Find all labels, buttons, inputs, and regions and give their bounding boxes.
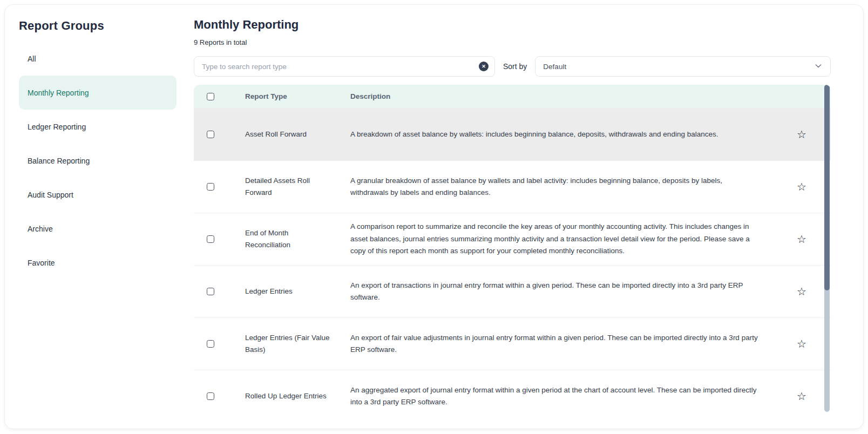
report-description-cell: A granular breakdown of asset balance by…: [350, 175, 772, 199]
favorite-star-icon[interactable]: ☆: [797, 391, 806, 402]
sidebar-item-all[interactable]: All: [19, 42, 177, 76]
chevron-down-icon: [814, 62, 823, 72]
sidebar-item-ledger-reporting[interactable]: Ledger Reporting: [19, 110, 177, 144]
report-type-cell: Detailed Assets Roll Forward: [245, 175, 350, 199]
table-row[interactable]: Ledger Entries An export of transactions…: [194, 265, 831, 317]
clear-search-button[interactable]: ✕: [479, 62, 489, 71]
column-header-report-type: Report Type: [245, 92, 350, 100]
toolbar: ✕ Sort by Default: [194, 56, 831, 77]
table-scrollbar[interactable]: [824, 85, 830, 412]
report-description-cell: An export of transactions in journal ent…: [350, 280, 772, 304]
table-row[interactable]: Detailed Assets Roll Forward A granular …: [194, 160, 831, 213]
sidebar-item-label: All: [28, 55, 36, 63]
sidebar-title: Report Groups: [19, 19, 177, 33]
table-header-row: Report Type Description: [194, 85, 831, 108]
report-type-cell: Asset Roll Forward: [245, 128, 350, 140]
sidebar-item-balance-reporting[interactable]: Balance Reporting: [19, 144, 177, 178]
sidebar-item-label: Ledger Reporting: [28, 123, 86, 131]
sidebar-item-label: Audit Support: [28, 191, 73, 199]
row-checkbox[interactable]: [207, 392, 214, 400]
clear-icon: ✕: [482, 64, 486, 69]
report-type-cell: Ledger Entries: [245, 286, 350, 297]
row-checkbox[interactable]: [207, 288, 214, 295]
row-checkbox[interactable]: [207, 340, 214, 348]
sidebar-item-label: Balance Reporting: [28, 157, 90, 165]
row-checkbox[interactable]: [207, 235, 214, 243]
report-group-list: AllMonthly ReportingLedger ReportingBala…: [19, 42, 177, 280]
search-box: ✕: [194, 56, 495, 77]
select-all-checkbox[interactable]: [207, 93, 214, 100]
favorite-star-icon[interactable]: ☆: [797, 338, 806, 349]
sort-by-label: Sort by: [503, 62, 527, 71]
report-description-cell: An export of fair value adjustments in j…: [350, 332, 772, 356]
table-row[interactable]: Ledger Entries (Fair Value Basis) An exp…: [194, 317, 831, 370]
sidebar: Report Groups AllMonthly ReportingLedger…: [5, 5, 189, 429]
report-type-cell: End of Month Reconciliation: [245, 227, 350, 251]
sort-selected-value: Default: [543, 63, 566, 71]
reports-panel: Report Groups AllMonthly ReportingLedger…: [4, 4, 864, 429]
scrollbar-thumb[interactable]: [824, 85, 830, 290]
table-row[interactable]: Asset Roll Forward A breakdown of asset …: [194, 108, 831, 160]
report-type-cell: Rolled Up Ledger Entries: [245, 390, 350, 402]
report-description-cell: A breakdown of asset balance by wallets:…: [350, 128, 772, 141]
sidebar-item-monthly-reporting[interactable]: Monthly Reporting: [19, 76, 177, 110]
row-checkbox[interactable]: [207, 183, 214, 191]
favorite-star-icon[interactable]: ☆: [797, 234, 806, 245]
search-input[interactable]: [194, 56, 495, 77]
favorite-star-icon[interactable]: ☆: [797, 181, 806, 192]
page-title: Monthly Reporting: [194, 18, 831, 32]
row-checkbox[interactable]: [207, 131, 214, 138]
sidebar-item-label: Archive: [28, 225, 53, 233]
report-table: Report Type Description Asset Roll Forwa…: [194, 85, 831, 412]
sidebar-item-audit-support[interactable]: Audit Support: [19, 178, 177, 212]
sidebar-item-archive[interactable]: Archive: [19, 212, 177, 246]
report-description-cell: An aggregated export of journal entry fo…: [350, 384, 772, 409]
sort-dropdown[interactable]: Default: [535, 56, 831, 77]
table-body: Asset Roll Forward A breakdown of asset …: [194, 108, 831, 412]
main-content: Monthly Reporting 9 Reports in total ✕ S…: [189, 5, 863, 429]
table-row[interactable]: End of Month Reconciliation A comparison…: [194, 213, 831, 265]
table-row[interactable]: Rolled Up Ledger Entries An aggregated e…: [194, 370, 831, 412]
report-type-cell: Ledger Entries (Fair Value Basis): [245, 332, 350, 356]
sidebar-item-label: Favorite: [28, 259, 55, 267]
column-header-description: Description: [350, 92, 772, 100]
report-description-cell: A comparison report to summarize and rec…: [350, 221, 772, 257]
sidebar-item-favorite[interactable]: Favorite: [19, 246, 177, 280]
favorite-star-icon[interactable]: ☆: [797, 129, 806, 140]
report-count: 9 Reports in total: [194, 38, 831, 46]
favorite-star-icon[interactable]: ☆: [797, 286, 806, 297]
sidebar-item-label: Monthly Reporting: [28, 89, 89, 97]
